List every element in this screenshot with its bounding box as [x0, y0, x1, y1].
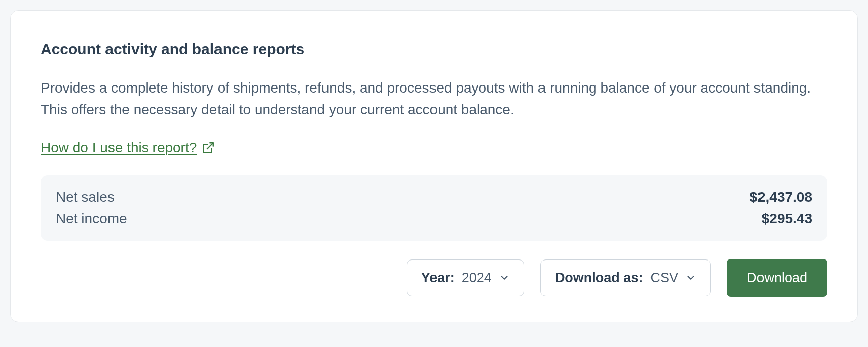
- chevron-down-icon: [499, 272, 510, 283]
- help-link-text: How do I use this report?: [41, 140, 197, 156]
- controls-row: Year: 2024 Download as: CSV Download: [41, 259, 827, 297]
- chevron-down-icon: [685, 272, 696, 283]
- stat-value-net-sales: $2,437.08: [749, 186, 812, 208]
- year-dropdown-value: 2024: [462, 270, 492, 286]
- download-button[interactable]: Download: [727, 259, 827, 297]
- stat-row-net-sales: Net sales $2,437.08: [56, 186, 812, 208]
- report-card: Account activity and balance reports Pro…: [10, 10, 858, 322]
- external-link-icon: [202, 141, 215, 154]
- stat-label-net-sales: Net sales: [56, 186, 115, 208]
- stat-label-net-income: Net income: [56, 208, 127, 229]
- stat-value-net-income: $295.43: [762, 208, 812, 229]
- year-dropdown[interactable]: Year: 2024: [407, 259, 524, 296]
- help-link[interactable]: How do I use this report?: [41, 140, 215, 156]
- format-dropdown-label: Download as:: [555, 270, 643, 286]
- stats-box: Net sales $2,437.08 Net income $295.43: [41, 175, 827, 241]
- card-description: Provides a complete history of shipments…: [41, 77, 827, 121]
- year-dropdown-label: Year:: [421, 270, 455, 286]
- stat-row-net-income: Net income $295.43: [56, 208, 812, 229]
- format-dropdown-value: CSV: [650, 270, 678, 286]
- format-dropdown[interactable]: Download as: CSV: [540, 259, 711, 296]
- svg-line-0: [207, 143, 213, 149]
- card-title: Account activity and balance reports: [41, 41, 827, 58]
